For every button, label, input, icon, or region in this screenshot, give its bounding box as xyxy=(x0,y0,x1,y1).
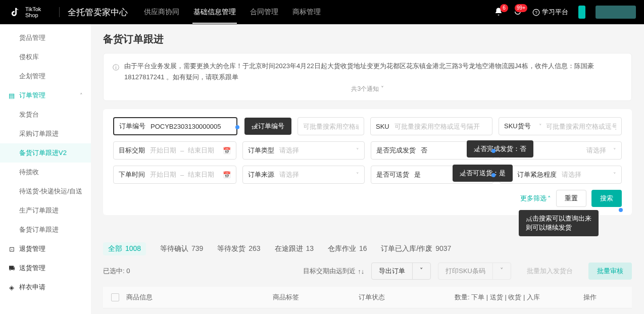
table-header: 商品信息 商品标签 订单状态 数量: 下单 | 送货 | 收货 | 入库 操作 xyxy=(103,287,632,308)
bell-button[interactable]: 6 xyxy=(494,7,503,18)
sku-input[interactable] xyxy=(394,123,487,130)
th-qty: 数量: 下单 | 送货 | 收货 | 入库 xyxy=(455,293,556,302)
order-type-field[interactable]: 订单类型 请选择 ˅ xyxy=(242,141,365,160)
tab-confirm[interactable]: 等待确认 739 xyxy=(160,244,203,253)
notice-expand[interactable]: 共3个通知 ˅ xyxy=(113,85,622,93)
nav-trademark[interactable]: 商标管理 xyxy=(291,1,322,24)
chevron-up-icon: ˄ xyxy=(548,195,551,202)
sku-code-input[interactable] xyxy=(546,123,616,130)
order-no-extra[interactable] xyxy=(298,117,364,135)
due-date-field[interactable]: 目标交期 开始日期 – 结束日期 📅 xyxy=(113,141,236,160)
export-button[interactable]: 导出订单 ˅ xyxy=(371,263,431,280)
order-no-field[interactable]: 订单编号 xyxy=(113,117,237,135)
filter-panel: 订单编号 搜订单编号 SKU SKU货号 ˅ xyxy=(103,109,632,215)
order-time-field[interactable]: 下单时间 开始日期 – 结束日期 📅 xyxy=(113,166,236,184)
nav-contract[interactable]: 合同管理 xyxy=(249,1,279,24)
chevron-up-icon: ˄ xyxy=(80,92,83,99)
tooltip-deliverable: 是否可送货：是 xyxy=(453,165,513,182)
toolbar: 已选中: 0 目标交期由远到近 ↑↓ 导出订单 ˅ 打印SKU条码 ˅ 批量加入… xyxy=(103,263,632,280)
sidebar-item-pending-delivery[interactable]: 待送货-快递快运/自送 xyxy=(0,182,91,201)
chevron-down-icon: ˅ xyxy=(539,123,542,130)
sidebar: 货品管理 侵权库 企划管理 ▤ 订单管理 ˄ 发货台 采购订单跟进 备货订单跟进… xyxy=(0,24,91,314)
sku-code-field[interactable]: SKU货号 ˅ xyxy=(499,117,622,135)
sidebar-item-goods[interactable]: 货品管理 xyxy=(0,28,91,47)
learn-button[interactable]: ? 学习平台 xyxy=(532,8,568,17)
dot-marker xyxy=(619,208,623,212)
sidebar-item-stock-follow[interactable]: 备货订单跟进 xyxy=(0,220,91,239)
bell-badge: 6 xyxy=(500,4,508,12)
batch-review-button[interactable]: 批量审核 xyxy=(588,263,632,280)
sidebar-item-sample[interactable]: ◈ 样衣申请 xyxy=(0,278,91,297)
app-title: 全托管卖家中心 xyxy=(68,7,128,18)
tab-warehouse[interactable]: 仓库作业 16 xyxy=(328,244,367,253)
sort-button[interactable]: 目标交期由远到近 ↑↓ xyxy=(303,267,364,276)
status-tabs: 全部 1008 等待确认 739 等待发货 263 在途跟进 13 仓库作业 1… xyxy=(103,242,632,255)
calendar-icon: 📅 xyxy=(223,171,231,179)
sku-field[interactable]: SKU xyxy=(370,117,492,135)
top-nav: 供应商协同 基础信息管理 合同管理 商标管理 xyxy=(143,1,494,24)
sidebar-item-orders[interactable]: ▤ 订单管理 ˄ xyxy=(0,86,91,105)
sidebar-item-delivery[interactable]: ⛟ 送货管理 xyxy=(0,258,91,278)
refresh-badge: 99+ xyxy=(515,4,527,12)
th-tags: 商品标签 xyxy=(273,293,359,302)
dot-marker xyxy=(491,173,496,177)
search-button[interactable]: 搜索 xyxy=(591,190,622,207)
pagination: 共 1008 条 ‹ 1 2 3 4 5 6 ⋯ 101 › 10条/页 ˅ xyxy=(103,308,632,314)
selected-count: 已选中: 0 xyxy=(103,267,130,276)
notice-text: 由于平台业务发展，需要更换大的仓库！于北京时间2023年4月22日起大货收货地址… xyxy=(124,61,622,83)
chevron-down-icon[interactable]: ˅ xyxy=(493,263,511,279)
page-title: 备货订单跟进 xyxy=(103,32,632,46)
nav-basic-info[interactable]: 基础信息管理 xyxy=(192,1,237,24)
sidebar-item-purchase-follow[interactable]: 采购订单跟进 xyxy=(0,124,91,143)
chevron-down-icon: ˅ xyxy=(381,85,384,92)
chevron-down-icon: ˅ xyxy=(613,147,616,154)
sidebar-item-infringe[interactable]: 侵权库 xyxy=(0,47,91,67)
reset-button[interactable]: 重置 xyxy=(556,190,586,207)
batch-add-button[interactable]: 批量加入发货台 xyxy=(518,263,581,280)
logo-text: TikTok Shop xyxy=(25,6,41,18)
box-icon: ⊡ xyxy=(8,245,15,252)
user-avatar[interactable] xyxy=(596,6,636,19)
chevron-down-icon: ˅ xyxy=(356,172,359,178)
tab-ship[interactable]: 等待发货 263 xyxy=(217,244,260,253)
order-icon: ▤ xyxy=(8,92,15,99)
nav-supplier[interactable]: 供应商协同 xyxy=(143,1,180,24)
chevron-down-icon: ˅ xyxy=(356,147,359,154)
chevron-down-icon[interactable]: ˅ xyxy=(413,263,430,279)
sidebar-item-production-follow[interactable]: 生产订单跟进 xyxy=(0,201,91,220)
sidebar-item-pending-pickup[interactable]: 待揽收 xyxy=(0,163,91,182)
shirt-icon: ◈ xyxy=(8,284,15,291)
order-no-input[interactable] xyxy=(151,123,231,130)
tooltip-shipped: 是否完成发货：否 xyxy=(467,140,533,158)
urgency-field[interactable]: 订单紧急程度 请选择 ˅ xyxy=(500,166,622,184)
logo[interactable]: TikTok Shop xyxy=(8,5,41,19)
more-filters-link[interactable]: 更多筛选 ˄ xyxy=(520,194,551,203)
orders-table: 商品信息 商品标签 订单状态 数量: 下单 | 送货 | 收货 | 入库 操作 xyxy=(103,287,632,308)
th-status: 订单状态 xyxy=(359,293,455,302)
refresh-button[interactable]: 99+ xyxy=(513,7,522,18)
sidebar-item-returns[interactable]: ⊡ 退货管理 xyxy=(0,239,91,258)
th-product: 商品信息 xyxy=(126,293,273,302)
divider xyxy=(59,7,60,17)
svg-text:?: ? xyxy=(535,10,537,15)
tooltip-search-order: 搜订单编号 xyxy=(244,118,291,135)
sidebar-item-stock-follow-v2[interactable]: 备货订单跟进V2 xyxy=(0,143,91,163)
user-accent xyxy=(578,6,585,19)
tab-stocked[interactable]: 订单已入库/作废 9037 xyxy=(381,244,451,253)
select-all-checkbox[interactable] xyxy=(111,293,119,301)
chevron-down-icon: ˅ xyxy=(613,172,616,178)
sidebar-item-ship-station[interactable]: 发货台 xyxy=(0,105,91,124)
notice-banner: ⓘ 由于平台业务发展，需要更换大的仓库！于北京时间2023年4月22日起大货收货… xyxy=(103,53,632,101)
tab-all[interactable]: 全部 1008 xyxy=(103,242,146,255)
tooltip-search-hint: 点击搜索可以查询出来 则可以继续发货 xyxy=(519,210,599,236)
tab-transit[interactable]: 在途跟进 13 xyxy=(275,244,314,253)
header-actions: 6 99+ ? 学习平台 xyxy=(494,6,636,19)
truck-icon: ⛟ xyxy=(8,265,15,272)
learn-label: 学习平台 xyxy=(542,8,568,17)
main-content: 备货订单跟进 ⓘ 由于平台业务发展，需要更换大的仓库！于北京时间2023年4月2… xyxy=(91,24,644,314)
order-no-extra-input[interactable] xyxy=(303,123,359,130)
info-icon: ⓘ xyxy=(113,62,119,73)
order-source-field[interactable]: 订单来源 请选择 ˅ xyxy=(242,166,365,184)
sidebar-item-plan[interactable]: 企划管理 xyxy=(0,67,91,86)
print-sku-button[interactable]: 打印SKU条码 ˅ xyxy=(438,263,511,280)
